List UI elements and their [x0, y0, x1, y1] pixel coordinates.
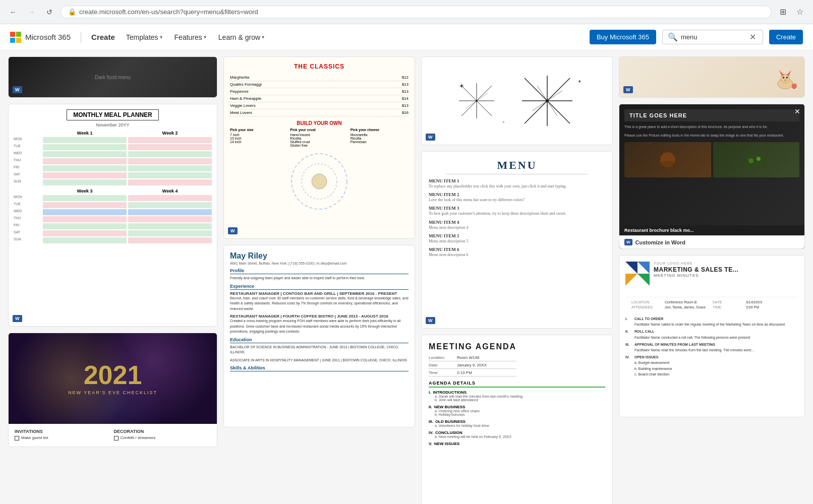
- open-issues-content: OPEN ISSUES a. Budget assessment b. Buil…: [634, 354, 672, 377]
- mkt-attendees-label: ATTENDEES:: [631, 305, 662, 309]
- features-nav[interactable]: Features ▾: [169, 30, 211, 44]
- nye-card[interactable]: 2021 NEW YEAR'S EVE CHECKLIST INVITATION…: [8, 333, 217, 447]
- meeting-agenda-card[interactable]: MEETING AGENDA Location: Room W148 Date:…: [421, 335, 613, 504]
- learn-grow-chevron-icon: ▾: [262, 34, 264, 40]
- decoration-label: DECORATION: [114, 429, 211, 434]
- customize-bar[interactable]: W Customize in Word: [619, 235, 804, 248]
- confetti-text: Confetti / streamers: [121, 435, 156, 440]
- meal-planner-card[interactable]: MONTHLY MEAL PLANNER November 20YY Week …: [8, 104, 217, 327]
- checkbox-guest[interactable]: [15, 436, 19, 440]
- create-link[interactable]: Create: [87, 31, 119, 43]
- meal-cell-w1-mon-green: [43, 137, 127, 143]
- conclusion-a: a. Next meeting will be held on February…: [429, 435, 605, 438]
- svg-line-15: [477, 93, 488, 101]
- search-clear-icon[interactable]: ✕: [749, 32, 756, 42]
- size-14: 14 inch: [230, 140, 288, 144]
- restaurant-brochure-card[interactable]: ✕ TITLE GOES HERE This is a great place …: [619, 104, 805, 249]
- date-row: Date: January 9, 20XX: [429, 363, 516, 369]
- forward-button[interactable]: →: [24, 5, 38, 19]
- back-button[interactable]: ←: [6, 5, 20, 19]
- text-menu-card[interactable]: MENU MENU ITEM 1 To replace any placehol…: [421, 151, 613, 329]
- quattro-price: $13: [402, 82, 409, 87]
- marketing-card[interactable]: YOUR LOGO HERE MARKETING & SALES TE... M…: [619, 255, 805, 417]
- decoration-section: DECORATION Confetti / streamers: [114, 429, 211, 442]
- meal-cell-w1-fri-green: [43, 165, 127, 171]
- word-badge: W: [13, 86, 22, 93]
- conclusion-num: IV.: [429, 430, 433, 435]
- quattro-name: Quattro Formaggi: [230, 82, 262, 87]
- fox-card[interactable]: W: [619, 56, 805, 98]
- intro-a: a. Sarah will read the minutes from last…: [429, 395, 605, 398]
- learn-grow-nav[interactable]: Learn & grow ▾: [213, 30, 269, 44]
- brochure-bg: ✕ TITLE GOES HERE This is a great place …: [619, 104, 804, 225]
- refresh-button[interactable]: ↺: [42, 5, 56, 19]
- address-bar[interactable]: 🔒 create.microsoft.com/en-us/search?quer…: [61, 6, 772, 18]
- search-box[interactable]: 🔍 ✕: [662, 30, 763, 44]
- meal-cell-w3-tue-pink: [43, 202, 127, 208]
- mkt-location-row: LOCATION: Conference Room B: [631, 300, 711, 304]
- approval-title: APPROVAL OF MINUTES FROM LAST MEETING: [634, 342, 754, 347]
- column-2: THE CLASSICS Margherita $12 Quattro Form…: [223, 56, 415, 504]
- open-issues-title: OPEN ISSUES: [634, 354, 672, 360]
- menu-item-4: MENU ITEM 4 Menu item description 4: [429, 220, 605, 230]
- fox-image-area: [619, 57, 804, 97]
- meal-cell-w4-mon-pink: [128, 195, 212, 201]
- size-title: Pick your size: [230, 128, 288, 132]
- marketing-header-area: YOUR LOGO HERE MARKETING & SALES TE... M…: [619, 256, 804, 297]
- svg-line-29: [547, 101, 557, 116]
- agenda-conclusion: IV. CONCLUSION a. Next meeting will be h…: [429, 430, 605, 438]
- search-input[interactable]: [681, 33, 746, 41]
- nye-image: 2021 NEW YEAR'S EVE CHECKLIST: [9, 333, 217, 424]
- call-to-order-content: CALL TO ORDER Facilitator Name called to…: [634, 316, 786, 327]
- templates-nav[interactable]: Templates ▾: [121, 30, 167, 44]
- old-biz-title: OLD BUSINESS: [435, 419, 466, 424]
- brochure-title-box: TITLE GOES HERE: [624, 109, 799, 121]
- build-own-title: BUILD YOUR OWN: [230, 120, 409, 126]
- resume-card[interactable]: May Riley 4841 Main Street, Buffalo, New…: [223, 245, 415, 427]
- fireworks-card[interactable]: ✦: [421, 56, 613, 145]
- svg-line-9: [477, 101, 492, 116]
- fireworks-svg: ✦: [431, 63, 603, 139]
- roll-call-content: ROLL CALL Facilitator Name conducted a r…: [634, 329, 751, 340]
- meal-planner-month: November 20YY: [14, 122, 212, 128]
- meal-cell-w2-tue-pink: [128, 144, 212, 150]
- svg-line-16: [466, 101, 477, 108]
- conclusion-title: CONCLUSION: [435, 430, 462, 435]
- meal-row-sun: SUN: [14, 179, 41, 185]
- url-text: create.microsoft.com/en-us/search?query=…: [79, 8, 258, 16]
- create-nav-button[interactable]: Create: [769, 30, 803, 44]
- bookmark-button[interactable]: ☆: [793, 5, 807, 19]
- agenda-intro: I. INTRODUCTIONS a. Sarah will read the …: [429, 390, 605, 402]
- meal-row-wed: WED: [14, 151, 41, 157]
- confetti-item: Confetti / streamers: [114, 435, 211, 440]
- skills-section-title: Skills & Abilities: [230, 365, 409, 371]
- pizza-menu-card[interactable]: THE CLASSICS Margherita $12 Quattro Form…: [223, 56, 415, 239]
- meal-cell-w2-mon-pink: [128, 137, 212, 143]
- checkbox-confetti[interactable]: [114, 436, 119, 440]
- svg-point-6: [312, 174, 327, 189]
- call-to-order-num: I.: [625, 316, 632, 327]
- veggie-price: $13: [402, 103, 409, 108]
- meal-cell-w1-sat-pink: [43, 172, 127, 178]
- meat-price: $16: [402, 110, 409, 115]
- fox-illustration: [770, 66, 800, 93]
- buy-button[interactable]: Buy Microsoft 365: [590, 30, 656, 44]
- meal-row-mon: MON: [14, 137, 41, 143]
- svg-rect-1: [16, 32, 21, 37]
- menu-item-1-desc: To replace any placeholder text click th…: [429, 183, 605, 189]
- word-badge-col4-top: W: [623, 86, 633, 93]
- lock-icon: 🔒: [68, 8, 76, 16]
- extensions-button[interactable]: ⊞: [776, 5, 790, 19]
- marketing-content: YOUR LOGO HERE MARKETING & SALES TE... M…: [619, 256, 804, 417]
- margherita-name: Margherita: [230, 75, 249, 80]
- spacer: [518, 355, 606, 361]
- menu-item-3-desc: To best grab your customer's attention, …: [429, 211, 605, 216]
- brochure-close-icon[interactable]: ✕: [794, 107, 800, 115]
- meal-cell-w2-sat-green: [128, 172, 212, 178]
- meal-cell-w3-thu-pink: [43, 216, 127, 222]
- dark-menu-card[interactable]: Dark food menu W: [8, 56, 217, 98]
- menu-item-6-desc: Menu item description 6: [429, 252, 605, 258]
- week3-label: Week 3: [43, 188, 127, 194]
- meal-row-thu2: THU: [14, 216, 41, 222]
- pepperoni-name: Pepperoni: [230, 89, 248, 94]
